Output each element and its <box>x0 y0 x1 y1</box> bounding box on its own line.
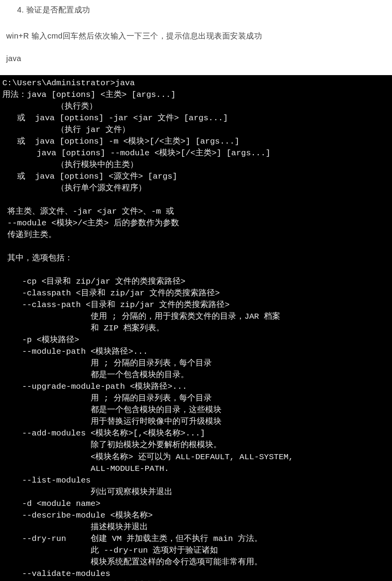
terminal-output: C:\Users\Administrator>java 用法：java [opt… <box>0 75 392 581</box>
paragraph-instructions: win+R 输入cmd回车然后依次输入一下三个，提示信息出现表面安装成功 <box>6 29 386 42</box>
ordered-list-item: 4. 验证是否配置成功 <box>17 5 386 15</box>
paragraph-command: java <box>6 52 386 65</box>
article-body: 4. 验证是否配置成功 win+R 输入cmd回车然后依次输入一下三个，提示信息… <box>0 0 392 65</box>
